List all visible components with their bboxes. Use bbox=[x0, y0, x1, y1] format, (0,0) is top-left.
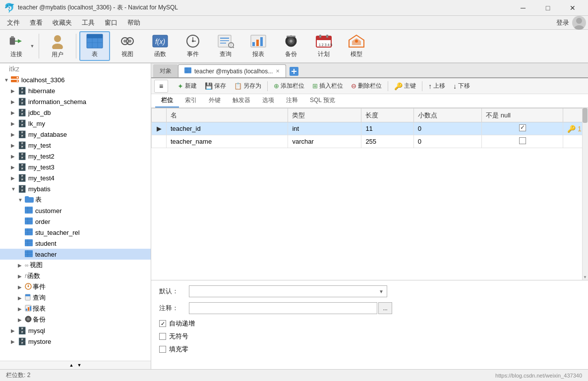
sub-tab-columns[interactable]: 栏位 bbox=[155, 94, 179, 108]
sidebar-item-reports-folder[interactable]: ▶ 报表 bbox=[0, 303, 151, 314]
col-decimal-teacher-id[interactable]: 0 bbox=[413, 122, 481, 135]
sidebar-item-student[interactable]: student bbox=[0, 238, 151, 249]
sub-tab-index[interactable]: 索引 bbox=[179, 94, 203, 108]
menu-favorites[interactable]: 收藏夹 bbox=[48, 16, 77, 29]
move-up-button[interactable]: ↑ 上移 bbox=[425, 80, 449, 92]
menu-window[interactable]: 窗口 bbox=[100, 16, 122, 29]
sidebar-item-my-test[interactable]: ▶ 🗄️ my_test bbox=[0, 140, 151, 151]
comment-input[interactable] bbox=[189, 302, 377, 314]
insert-col-button[interactable]: ⊞ 插入栏位 bbox=[309, 80, 347, 92]
col-length-teacher-id[interactable]: 11 bbox=[361, 122, 413, 135]
sub-tab-comment[interactable]: 注释 bbox=[280, 94, 304, 108]
col-name-teacher-id[interactable]: teacher_id bbox=[167, 122, 288, 135]
sidebar-item-views-folder[interactable]: ▶ ∞ 视图 bbox=[0, 260, 151, 271]
comment-browse-button[interactable]: ... bbox=[378, 302, 392, 314]
sidebar-item-localhost[interactable]: ▼ localhost_3306 bbox=[0, 74, 151, 85]
sub-tab-foreign-keys[interactable]: 外键 bbox=[203, 94, 227, 108]
sidebar-item-events-folder[interactable]: ▶ 事件 bbox=[0, 281, 151, 292]
tab-add-button[interactable] bbox=[288, 65, 300, 77]
sidebar-item-stu-teacher-rel[interactable]: stu_teacher_rel bbox=[0, 227, 151, 238]
menu-tools[interactable]: 工具 bbox=[77, 16, 100, 29]
toolbar-model[interactable]: 模型 bbox=[341, 31, 372, 61]
sidebar-item-mybatis[interactable]: ▼ 🗄️ mybatis bbox=[0, 183, 151, 194]
sidebar-item-jdbc-db[interactable]: ▶ 🗄️ jdbc_db bbox=[0, 107, 151, 118]
toolbar-report[interactable]: 报表 bbox=[243, 31, 274, 61]
table-label: 表 bbox=[92, 50, 98, 58]
sidebar-item-tables-folder[interactable]: ▼ 表 bbox=[0, 194, 151, 205]
sidebar-item-my-test2[interactable]: ▶ 🗄️ my_test2 bbox=[0, 151, 151, 162]
toolbar-event[interactable]: 事件 bbox=[177, 31, 208, 61]
login-button[interactable]: 登录 bbox=[556, 18, 569, 27]
delete-col-button[interactable]: ⊖ 删除栏位 bbox=[348, 80, 385, 92]
scroll-down-btn[interactable]: ▼ bbox=[76, 362, 82, 368]
connect-dropdown[interactable]: ▼ bbox=[29, 31, 36, 61]
sub-tab-sql-preview[interactable]: SQL 预览 bbox=[304, 94, 341, 108]
default-dropdown-arrow: ▼ bbox=[379, 289, 384, 294]
fill-zero-checkbox[interactable] bbox=[159, 346, 166, 353]
sidebar-item-backups-folder[interactable]: ▶ 备份 bbox=[0, 314, 151, 325]
sidebar-item-itkz[interactable]: itkz bbox=[0, 63, 151, 74]
menu-button[interactable]: ≡ bbox=[154, 80, 168, 93]
col-length-teacher-name[interactable]: 255 bbox=[361, 135, 413, 148]
table-scrollbar[interactable]: ▼ bbox=[582, 108, 588, 280]
sidebar-item-mysql[interactable]: ▶ 🗄️ mysql bbox=[0, 325, 151, 336]
primary-key-button[interactable]: 🔑 主键 bbox=[391, 80, 419, 92]
sidebar-item-my-database[interactable]: ▶ 🗄️ my_database bbox=[0, 129, 151, 140]
sidebar-item-teacher[interactable]: teacher bbox=[0, 249, 151, 260]
sidebar-item-information-schema[interactable]: ▶ 🗄️ information_schema bbox=[0, 96, 151, 107]
minimize-button[interactable]: ─ bbox=[512, 1, 534, 15]
new-button[interactable]: ✦ 新建 bbox=[174, 80, 200, 92]
tab-close-icon[interactable]: ✕ bbox=[276, 68, 280, 74]
tab-teacher[interactable]: teacher @mybatis (localhos... ✕ bbox=[178, 64, 286, 77]
col-decimal-teacher-name[interactable]: 0 bbox=[413, 135, 481, 148]
tab-objects[interactable]: 对象 bbox=[153, 64, 178, 77]
move-down-button[interactable]: ↓ 下移 bbox=[450, 80, 473, 92]
toolbar-connect[interactable]: 连接 bbox=[4, 31, 29, 61]
col-name-teacher-name[interactable]: teacher_name bbox=[167, 135, 288, 148]
sub-tab-triggers[interactable]: 触发器 bbox=[227, 94, 256, 108]
sidebar-item-my-test4[interactable]: ▶ 🗄️ my_test4 bbox=[0, 172, 151, 183]
sidebar-item-order[interactable]: order bbox=[0, 216, 151, 227]
table-scrollbar-thumb[interactable] bbox=[583, 108, 588, 123]
toolbar-table[interactable]: 表 bbox=[79, 31, 110, 61]
sidebar-item-customer[interactable]: customer bbox=[0, 205, 151, 216]
unchecked-icon bbox=[519, 137, 526, 144]
toolbar-view[interactable]: 视图 bbox=[112, 31, 143, 61]
col-type-teacher-id[interactable]: int bbox=[288, 122, 361, 135]
close-button[interactable]: ✕ bbox=[561, 1, 584, 15]
backup-icon bbox=[282, 34, 300, 49]
menu-view[interactable]: 查看 bbox=[25, 16, 48, 29]
auto-increment-checkbox[interactable] bbox=[159, 320, 166, 327]
toolbar-query[interactable]: 查询 bbox=[210, 31, 241, 61]
login-area: 登录 bbox=[556, 16, 586, 30]
sidebar-item-hibernate[interactable]: ▶ 🗄️ hibernate bbox=[0, 85, 151, 96]
query-icon bbox=[217, 34, 235, 49]
sidebar-item-queries-folder[interactable]: ▶ 查询 bbox=[0, 292, 151, 303]
sidebar-item-funcs-folder[interactable]: ▶ f 函数 bbox=[0, 271, 151, 281]
maximize-button[interactable]: □ bbox=[536, 1, 559, 15]
menu-help[interactable]: 帮助 bbox=[122, 16, 145, 29]
menu-file[interactable]: 文件 bbox=[2, 16, 25, 29]
toolbar-backup[interactable]: 备份 bbox=[276, 31, 306, 61]
toolbar-schedule[interactable]: 1 2 3 4 5 计划 bbox=[308, 31, 339, 61]
save-as-button[interactable]: 📋 另存为 bbox=[231, 80, 265, 92]
add-col-button[interactable]: ⊕ 添加栏位 bbox=[270, 80, 308, 92]
unsigned-checkbox[interactable] bbox=[159, 333, 166, 340]
col-notnull-teacher-name[interactable] bbox=[482, 135, 563, 148]
scroll-up-btn[interactable]: ▲ bbox=[68, 362, 74, 368]
reports-icon bbox=[25, 305, 32, 313]
table-row[interactable]: teacher_name varchar 255 0 bbox=[152, 135, 588, 148]
col-type-teacher-name[interactable]: varchar bbox=[288, 135, 361, 148]
sidebar-item-my-test3[interactable]: ▶ 🗄️ my_test3 bbox=[0, 162, 151, 172]
col-notnull-teacher-id[interactable] bbox=[482, 122, 563, 135]
sub-tab-options[interactable]: 选项 bbox=[256, 94, 280, 108]
save-button[interactable]: 💾 保存 bbox=[201, 80, 230, 92]
sidebar-item-mystore[interactable]: ▶ 🗄️ mystore bbox=[0, 336, 151, 347]
toolbar-function[interactable]: f(x) 函数 bbox=[145, 31, 176, 61]
scroll-down-arrow[interactable]: ▼ bbox=[583, 274, 588, 280]
tab-objects-label: 对象 bbox=[160, 67, 172, 75]
table-row[interactable]: ▶ teacher_id int 11 0 🔑 1 bbox=[152, 122, 588, 135]
sidebar-item-lk-my[interactable]: ▶ 🗄️ lk_my bbox=[0, 118, 151, 129]
toolbar-user[interactable]: 用户 bbox=[42, 31, 73, 61]
default-select[interactable]: ▼ bbox=[189, 285, 387, 297]
